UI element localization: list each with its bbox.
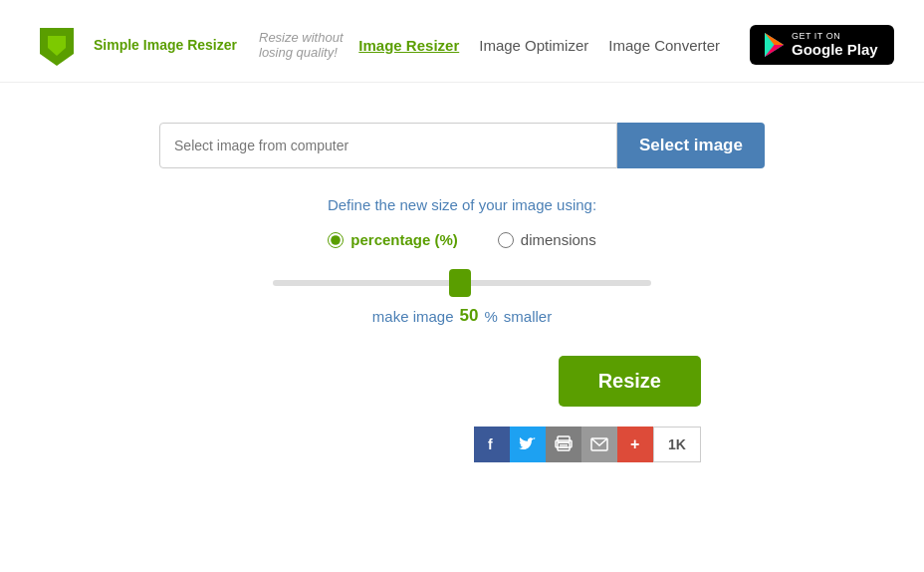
- twitter-icon: [519, 437, 537, 451]
- select-image-button[interactable]: Select image: [617, 123, 765, 168]
- radio-dimensions-option[interactable]: dimensions: [498, 231, 596, 248]
- nav-image-resizer[interactable]: Image Resizer: [358, 37, 459, 54]
- header-nav: Image Resizer Image Optimizer Image Conv…: [358, 37, 720, 54]
- file-input-row: Select image: [159, 123, 765, 168]
- make-image-prefix: make image: [372, 308, 454, 325]
- logo-area: Simple Image Resizer: [30, 18, 249, 72]
- share-plus-button[interactable]: +: [617, 427, 653, 462]
- tagline: Resize without losing quality!: [259, 30, 358, 60]
- logo-icon: [30, 18, 84, 72]
- radio-row: percentage (%) dimensions: [328, 231, 595, 248]
- header: Simple Image Resizer Resize without losi…: [0, 0, 924, 83]
- plus-icon: +: [626, 435, 644, 453]
- share-count: 1K: [653, 427, 701, 462]
- main-content: Select image Define the new size of your…: [0, 83, 924, 492]
- make-image-suffix: smaller: [504, 308, 552, 325]
- share-twitter-button[interactable]: [510, 427, 546, 462]
- resize-button[interactable]: Resize: [559, 356, 701, 407]
- make-image-row: make image 50 % smaller: [372, 306, 552, 326]
- percent-slider[interactable]: [273, 280, 651, 286]
- svg-rect-9: [560, 444, 568, 446]
- radio-dimensions-input[interactable]: [498, 232, 514, 248]
- share-row: f + 1K: [223, 427, 701, 462]
- percent-value-display: 50: [460, 306, 479, 326]
- gp-get-it-label: GET IT ON: [792, 31, 878, 42]
- email-icon: [590, 437, 608, 451]
- share-print-button[interactable]: [546, 427, 581, 462]
- define-size-label: Define the new size of your image using:: [328, 196, 596, 213]
- svg-text:+: +: [630, 435, 639, 452]
- radio-percentage-option[interactable]: percentage (%): [328, 231, 458, 248]
- svg-rect-7: [558, 436, 570, 442]
- percent-slider-container: [273, 272, 651, 290]
- resize-button-row: Resize: [223, 356, 701, 407]
- file-path-input[interactable]: [159, 123, 617, 168]
- share-facebook-button[interactable]: f: [474, 427, 510, 462]
- print-icon: [555, 435, 573, 453]
- share-email-button[interactable]: [581, 427, 617, 462]
- radio-percentage-label: percentage (%): [350, 231, 458, 248]
- radio-dimensions-label: dimensions: [521, 231, 596, 248]
- gp-name-label: Google Play: [792, 41, 878, 59]
- google-play-button[interactable]: GET IT ON Google Play: [750, 25, 894, 66]
- nav-image-optimizer[interactable]: Image Optimizer: [479, 37, 588, 54]
- radio-percentage-input[interactable]: [328, 232, 344, 248]
- logo-title: Simple Image Resizer: [94, 37, 237, 53]
- facebook-icon: f: [483, 435, 501, 453]
- google-play-icon: [762, 33, 784, 57]
- nav-image-converter[interactable]: Image Converter: [608, 37, 720, 54]
- percent-symbol: %: [484, 308, 497, 325]
- svg-text:f: f: [488, 436, 493, 452]
